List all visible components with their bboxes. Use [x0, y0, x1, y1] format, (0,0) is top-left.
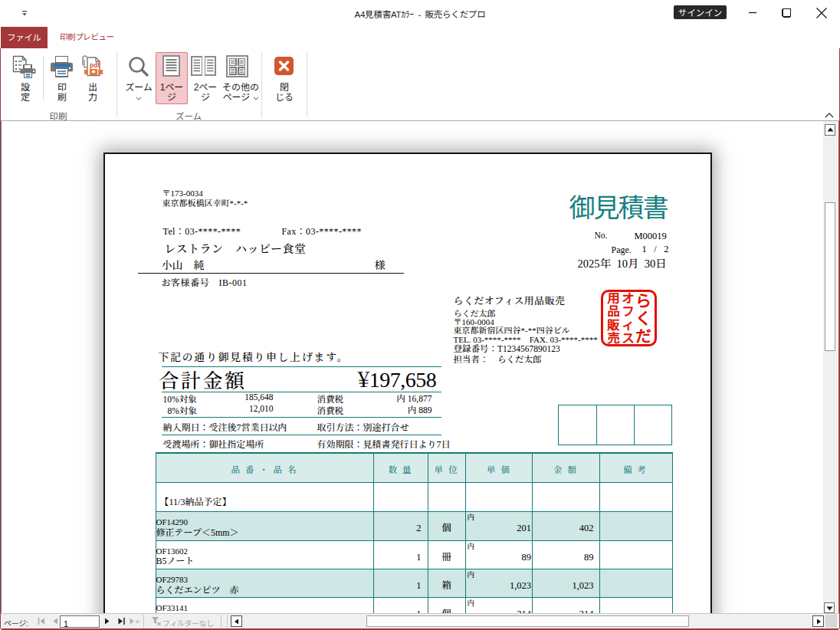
svg-text:pdf: pdf: [90, 61, 100, 69]
